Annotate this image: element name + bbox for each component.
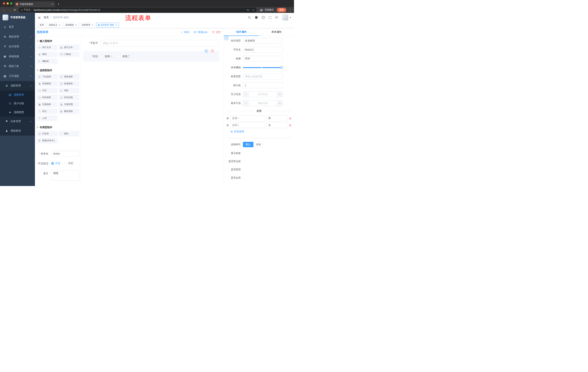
tab-close-icon[interactable]: ✕: [52, 3, 53, 5]
option-value-input[interactable]: [266, 115, 287, 121]
view-json-button[interactable]: 查看json: [194, 31, 208, 34]
delete-field-button[interactable]: [210, 49, 214, 53]
sidebar-item-infra[interactable]: ▣ 基础设施: [0, 52, 35, 61]
palette-item-textarea[interactable]: ▤多行文本: [59, 45, 79, 50]
tab-component-props[interactable]: 组件属性: [224, 28, 259, 36]
tag-close-icon[interactable]: ✕: [116, 24, 117, 26]
style-default-button[interactable]: 默认: [243, 142, 253, 147]
palette-item-date-range[interactable]: ▥日期范围: [59, 102, 79, 107]
tab-form-props[interactable]: 表单属性: [259, 28, 294, 36]
style-button-button[interactable]: 按钮: [253, 142, 264, 147]
palette-item-color-picker[interactable]: ◐颜色选择: [59, 108, 79, 114]
palette-item-cascader[interactable]: ⋔级联选择: [59, 74, 79, 80]
tag-close-icon[interactable]: ✕: [92, 24, 93, 26]
palette-item-select[interactable]: ◎下拉选择: [37, 74, 57, 80]
forward-button[interactable]: →: [8, 8, 11, 11]
reload-button[interactable]: ⟳: [13, 8, 17, 12]
sidebar-item-payment[interactable]: ¥ 支付管理: [0, 42, 35, 52]
tag-process-form[interactable]: 流程表单 ✕: [80, 23, 95, 28]
tag-close-icon[interactable]: ✕: [75, 24, 77, 26]
palette-item-radio-group[interactable]: ◉单选框组: [37, 81, 57, 86]
option-value-input[interactable]: [266, 122, 287, 128]
field-name-input[interactable]: [243, 47, 283, 53]
option-label-input[interactable]: [230, 115, 265, 121]
key-icon[interactable]: [246, 8, 250, 12]
sidebar-item-workflow[interactable]: ▦ 工作流程: [0, 71, 35, 81]
form-remark-textarea[interactable]: 嘿嘿: [51, 170, 79, 181]
window-minimize-button[interactable]: [7, 2, 9, 5]
palette-item-switch[interactable]: ⊶开关: [37, 88, 57, 93]
palette-item-row-container[interactable]: ◫行容器: [37, 131, 57, 137]
browser-tab[interactable]: 芋道管理系统 ✕: [14, 1, 55, 7]
new-tab-button[interactable]: +: [57, 2, 60, 6]
remove-option-icon[interactable]: ⊖: [289, 117, 292, 120]
phone-input[interactable]: [100, 40, 219, 46]
palette-item-editor[interactable]: ✎编辑器: [37, 58, 57, 64]
palette-item-rate[interactable]: ☆评分: [37, 108, 57, 114]
canvas-field-phone[interactable]: *手机号: [83, 40, 219, 46]
font-size-icon[interactable]: TT: [275, 16, 278, 19]
checkbox-option-1[interactable]: 选项一: [100, 55, 112, 58]
palette-item-date-picker[interactable]: ▦日期选择: [37, 102, 57, 107]
tune-icon[interactable]: ≣: [227, 124, 229, 127]
palette-item-upload[interactable]: ⇧上传: [37, 115, 57, 121]
clear-button[interactable]: 清空: [212, 31, 221, 34]
palette-item-password[interactable]: ◈密码: [37, 52, 57, 57]
chrome-update-button[interactable]: 更新: [277, 8, 286, 12]
default-value-input[interactable]: [243, 83, 283, 88]
github-icon[interactable]: [254, 16, 258, 19]
form-name-input[interactable]: [51, 151, 79, 157]
slider-handle[interactable]: [280, 66, 283, 69]
sidebar-item-home[interactable]: ⌂ 首页: [0, 22, 35, 32]
title-input[interactable]: [243, 56, 283, 62]
option-label-input[interactable]: [230, 122, 265, 128]
palette-item-counter[interactable]: 123计数器: [59, 52, 79, 57]
palette-item-table[interactable]: ⊞表格[开发中]: [37, 138, 57, 143]
back-button[interactable]: ←: [2, 8, 6, 11]
tune-icon[interactable]: ≣: [227, 117, 229, 120]
slider-track[interactable]: [243, 67, 283, 68]
palette-item-checkbox-group[interactable]: ☑多选框组: [59, 81, 79, 86]
canvas-field-gender-selected[interactable]: *性别 选项一 选项二: [83, 51, 219, 62]
remove-option-icon[interactable]: ⊖: [289, 124, 292, 127]
palette-item-slider[interactable]: ⊷滑块: [59, 88, 79, 93]
label-width-input[interactable]: [243, 74, 283, 79]
sidebar-item-system[interactable]: ⚙ 系统管理: [0, 32, 35, 42]
decrease-button[interactable]: −: [243, 92, 249, 97]
form-canvas[interactable]: *手机号 *性别: [81, 36, 224, 186]
add-option-button[interactable]: ⊕ 添加选项: [231, 130, 294, 133]
tag-process-model[interactable]: 流程模型 ✕: [63, 23, 79, 28]
status-radio-on[interactable]: 开启: [51, 162, 60, 165]
palette-item-time-range[interactable]: ◶时间范围: [59, 95, 79, 100]
sidebar-logo[interactable]: 芋道管理系统: [0, 13, 35, 22]
tag-home[interactable]: 首页: [38, 23, 46, 28]
increase-button[interactable]: +: [277, 100, 283, 106]
window-zoom-button[interactable]: [10, 2, 12, 5]
component-type-select[interactable]: [243, 38, 283, 44]
tag-close-icon[interactable]: ✕: [59, 24, 60, 26]
palette-item-single-text[interactable]: ▭单行文本: [37, 45, 57, 50]
link-button[interactable]: [224, 36, 228, 40]
search-icon[interactable]: [248, 16, 251, 19]
omnibox[interactable]: ⚠ 不安全 dashboard.yudao.iocoder.cn/bpm/man…: [19, 8, 257, 12]
palette-item-button[interactable]: ☞按钮: [59, 131, 79, 137]
hamburger-icon[interactable]: ≡: [38, 16, 41, 19]
sidebar-item-task-mgmt[interactable]: ⚑ 任务管理: [0, 117, 35, 126]
palette-item-time-picker[interactable]: ◷时间选择: [37, 95, 57, 100]
grid-slider[interactable]: [243, 65, 283, 70]
increase-button[interactable]: +: [277, 92, 283, 97]
status-radio-off[interactable]: 关闭: [64, 162, 73, 165]
sidebar-item-leave-query[interactable]: ♟ 请假查询: [0, 126, 35, 136]
avatar[interactable]: [282, 14, 288, 21]
copy-field-button[interactable]: [204, 49, 209, 53]
security-chip[interactable]: ⚠ 不安全: [21, 8, 31, 11]
chrome-menu-button[interactable]: ⋮: [289, 8, 292, 12]
sidebar-item-process-form[interactable]: ▤ 流程表单: [0, 90, 35, 99]
max-select-value[interactable]: 最多可选: [249, 100, 277, 106]
tag-process-definition[interactable]: 流程定义 ✕: [47, 23, 62, 28]
checkbox-option-2[interactable]: 选项二: [118, 55, 130, 58]
decrease-button[interactable]: −: [243, 100, 249, 106]
sidebar-item-process-mgmt[interactable]: ≣ 流程管理: [0, 81, 35, 90]
sidebar-item-devtools[interactable]: ⚒ 研发工具: [0, 61, 35, 71]
bookmark-star-icon[interactable]: ☆: [252, 8, 254, 12]
